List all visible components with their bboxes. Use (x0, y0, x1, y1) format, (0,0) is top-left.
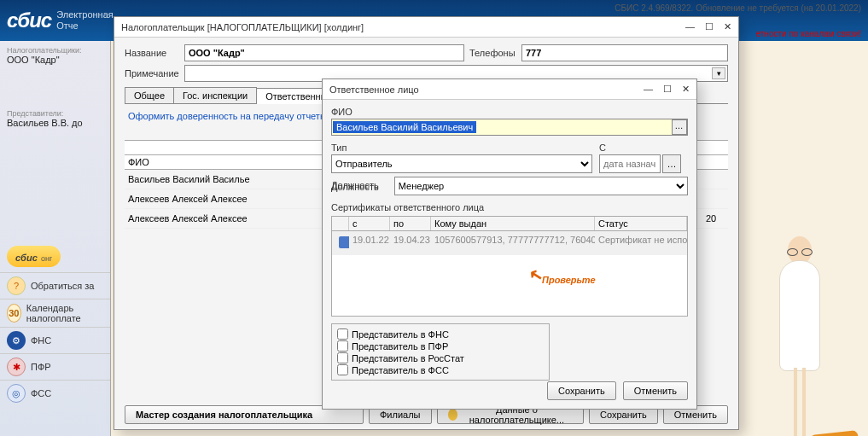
position-label2: Должность (331, 178, 387, 194)
check-fns[interactable]: Представитель в ФНС (337, 328, 544, 340)
check-rosstat[interactable]: Представитель в РосСтат (337, 352, 544, 363)
fio-value: Васильев Василий Васильевич (333, 121, 476, 133)
logo-subtitle: ЭлектроннаяОтче (56, 9, 114, 32)
close-icon[interactable]: ✕ (682, 84, 690, 95)
fio-label: ФИО (331, 107, 688, 117)
dialog-cancel-button[interactable]: Отменить (623, 381, 688, 400)
rep-checks: Представитель в ФНС Представитель в ПФР … (331, 323, 550, 381)
payer-value[interactable]: ООО "Кадр" (7, 55, 103, 65)
col-who[interactable]: Кому выдан (431, 217, 595, 230)
from-label: С (599, 142, 688, 153)
cert-icon (339, 236, 349, 248)
minimize-icon[interactable]: — (685, 21, 695, 32)
type-select[interactable]: Отправитель (331, 154, 592, 173)
warning-text: етности по каналам связи! (756, 29, 861, 38)
reps-label: Представители: (7, 109, 103, 118)
chevron-down-icon[interactable]: ▾ (712, 67, 725, 79)
calendar-button[interactable]: 30Календарь налогоплате (0, 299, 110, 327)
sidebar: Налогоплательщики: ООО "Кадр" Представит… (0, 41, 111, 436)
col-from[interactable]: с (349, 217, 390, 230)
name-label: Название (125, 48, 179, 58)
phone-label: Телефоны (469, 48, 516, 58)
fns-icon: ⚙ (7, 331, 26, 350)
close-icon[interactable]: ✕ (724, 21, 731, 32)
pfr-icon: ✱ (7, 358, 26, 376)
check-fss[interactable]: Представитель в ФСС (337, 364, 544, 375)
cert-header: Сертификаты ответственного лица (331, 202, 688, 212)
date-picker-button[interactable]: … (662, 154, 681, 173)
pfr-button[interactable]: ✱ПФР (0, 353, 110, 380)
poa-link[interactable]: Оформить доверенность на передачу отчетн (125, 104, 329, 128)
phone-input[interactable] (521, 44, 728, 61)
dialog-titlebar[interactable]: Ответственное лицо — ☐ ✕ (323, 79, 696, 100)
dialog-title: Ответственное лицо (329, 84, 419, 95)
type-label: Тип (331, 142, 592, 153)
cert-row[interactable]: 19.01.22 19.04.23 1057600577913, 7777777… (332, 231, 687, 255)
col-to[interactable]: по (390, 217, 431, 230)
col-extra[interactable] (702, 155, 728, 170)
brand-art (5, 193, 105, 235)
cert-grid[interactable]: с по Кому выдан Статус 19.01.22 19.04.23… (331, 216, 688, 317)
reps-value[interactable]: Васильев В.В. до (7, 118, 103, 128)
minimize-icon[interactable]: — (644, 84, 653, 95)
check-pfr[interactable]: Представитель в ПФР (337, 340, 544, 352)
person-icon (448, 409, 457, 421)
callout-check: ↖Проверьте (527, 267, 596, 288)
version-text: СБИС 2.4.969/8322. Обновление не требует… (615, 3, 861, 13)
fss-button[interactable]: ◎ФСС (0, 380, 110, 406)
window-title: Налогоплательщик [НАЛОГОПЛАТЕЛЬЩИКИ] [хо… (121, 22, 364, 32)
maximize-icon[interactable]: ☐ (663, 84, 672, 95)
maximize-icon[interactable]: ☐ (705, 21, 714, 32)
payer-label: Налогоплательщики: (7, 46, 103, 55)
illustration-woman (749, 236, 851, 436)
calendar-icon: 30 (7, 304, 21, 323)
window-titlebar[interactable]: Налогоплательщик [НАЛОГОПЛАТЕЛЬЩИКИ] [хо… (114, 17, 738, 38)
fns-button[interactable]: ⚙ФНС (0, 327, 110, 353)
fio-input[interactable]: Васильев Василий Васильевич … (331, 119, 688, 136)
fio-browse-button[interactable]: … (672, 119, 687, 135)
note-label: Примечание (125, 68, 179, 78)
col-status[interactable]: Статус (595, 217, 687, 230)
help-icon: ? (7, 276, 26, 295)
logo: сбис (7, 9, 51, 32)
from-date-input[interactable] (599, 154, 661, 173)
name-input[interactable] (184, 44, 464, 61)
position-select[interactable]: Менеджер (394, 177, 688, 195)
fss-icon: ◎ (7, 384, 26, 403)
help-button[interactable]: ?Обратиться за (0, 272, 110, 299)
sbis-badge[interactable]: сбис онг (7, 246, 61, 267)
tab-general[interactable]: Общее (125, 87, 174, 103)
responsible-dialog: Ответственное лицо — ☐ ✕ ФИО Васильев Ва… (322, 78, 697, 410)
tab-gov[interactable]: Гос. инспекции (173, 87, 257, 103)
dialog-save-button[interactable]: Сохранить (547, 381, 616, 400)
